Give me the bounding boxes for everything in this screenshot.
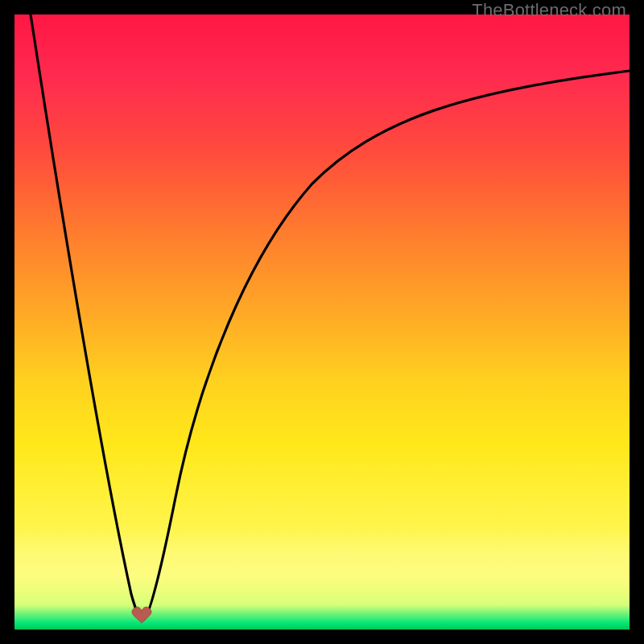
watermark-text: TheBottleneck.com xyxy=(472,0,626,21)
chart-frame xyxy=(14,14,630,630)
minimum-marker xyxy=(132,607,151,623)
curve-layer xyxy=(14,14,630,630)
bottleneck-curve xyxy=(31,14,630,620)
